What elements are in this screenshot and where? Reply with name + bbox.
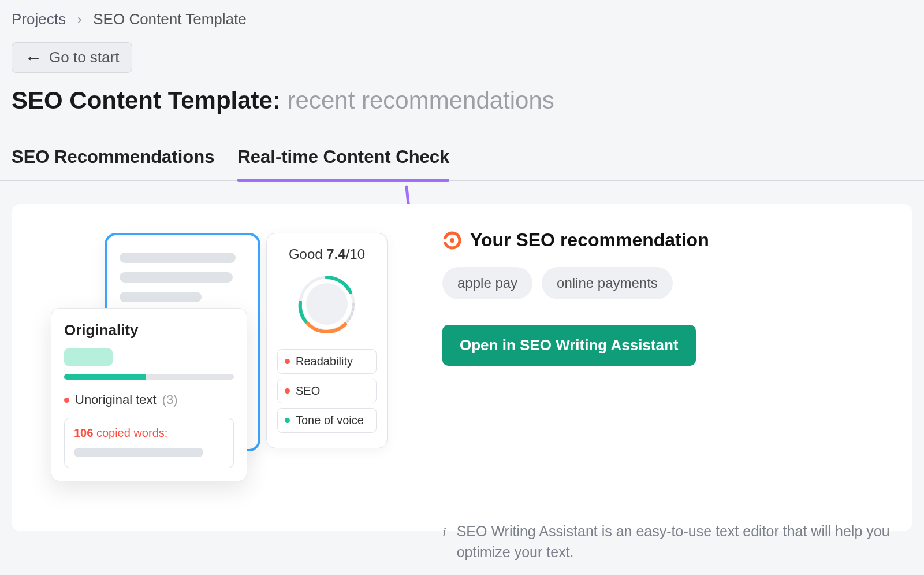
originality-card: Originality Unoriginal text (3) 106 copi… [51, 308, 247, 481]
recommendation-side: Your SEO recommendation apple pay online… [442, 227, 892, 510]
tabs: SEO Recommendations Real-time Content Ch… [0, 143, 924, 181]
score-label: Good 7.4/10 [277, 246, 377, 262]
unoriginal-count: (3) [162, 392, 178, 407]
score-word: Good [289, 246, 323, 262]
placeholder-line [120, 292, 202, 302]
go-to-start-button[interactable]: ← Go to start [12, 42, 132, 73]
open-seo-writing-assistant-button[interactable]: Open in SEO Writing Assistant [442, 325, 696, 366]
breadcrumb: Projects › SEO Content Template [0, 0, 924, 42]
score-value: 7.4 [326, 246, 345, 262]
chip-online-payments[interactable]: online payments [542, 267, 673, 299]
status-dot-icon [64, 398, 69, 403]
semrush-logo-icon [442, 231, 462, 250]
recommendation-heading-text: Your SEO recommendation [470, 229, 709, 251]
score-max: /10 [346, 246, 365, 262]
gauge-icon [292, 269, 362, 339]
copied-words-headline: 106 copied words: [74, 426, 224, 440]
illustration: Good 7.4/10 Readability SEO [32, 227, 390, 510]
copied-words-rest: copied words: [93, 426, 167, 439]
metric-label: SEO [296, 384, 320, 398]
metric-readability[interactable]: Readability [277, 349, 377, 374]
info-row: i SEO Writing Assistant is an easy-to-us… [442, 521, 892, 563]
page-title-sub: recent recommendations [288, 87, 554, 114]
originality-pill [64, 348, 113, 366]
metric-seo[interactable]: SEO [277, 379, 377, 403]
metric-label: Readability [296, 355, 353, 368]
status-dot-icon [285, 388, 290, 394]
metric-tone[interactable]: Tone of voice [277, 408, 377, 433]
breadcrumb-projects[interactable]: Projects [12, 10, 66, 28]
svg-rect-4 [442, 239, 448, 242]
chip-apple-pay[interactable]: apple pay [442, 267, 532, 299]
breadcrumb-current: SEO Content Template [93, 10, 246, 28]
page-title: SEO Content Template: recent recommendat… [0, 87, 924, 143]
go-to-start-label: Go to start [49, 49, 119, 66]
placeholder-line [74, 448, 203, 457]
chevron-right-icon: › [77, 12, 81, 27]
copied-words-number: 106 [74, 426, 93, 439]
arrow-left-icon: ← [25, 49, 42, 66]
placeholder-line [120, 272, 233, 283]
score-gauge [277, 269, 377, 339]
recommendation-heading: Your SEO recommendation [442, 229, 892, 251]
svg-point-1 [306, 283, 348, 325]
status-dot-icon [285, 418, 290, 423]
info-text: SEO Writing Assistant is an easy-to-use … [457, 521, 892, 563]
page-title-main: SEO Content Template: [12, 87, 281, 114]
unoriginal-label: Unoriginal text [75, 392, 157, 407]
originality-title: Originality [64, 321, 234, 339]
copied-words-box: 106 copied words: [64, 418, 234, 468]
status-dot-icon [285, 359, 290, 364]
keyword-chips: apple pay online payments [442, 267, 892, 299]
tab-seo-recommendations[interactable]: SEO Recommendations [12, 143, 214, 180]
unoriginal-text-row[interactable]: Unoriginal text (3) [64, 392, 234, 407]
score-panel: Good 7.4/10 Readability SEO [266, 233, 388, 448]
metric-label: Tone of voice [296, 414, 364, 427]
svg-point-3 [450, 238, 454, 243]
placeholder-line [120, 253, 236, 263]
originality-progress [64, 374, 234, 380]
info-icon: i [442, 522, 446, 542]
content-card: Good 7.4/10 Readability SEO [12, 204, 912, 531]
tab-realtime-content-check[interactable]: Real-time Content Check [237, 143, 449, 180]
